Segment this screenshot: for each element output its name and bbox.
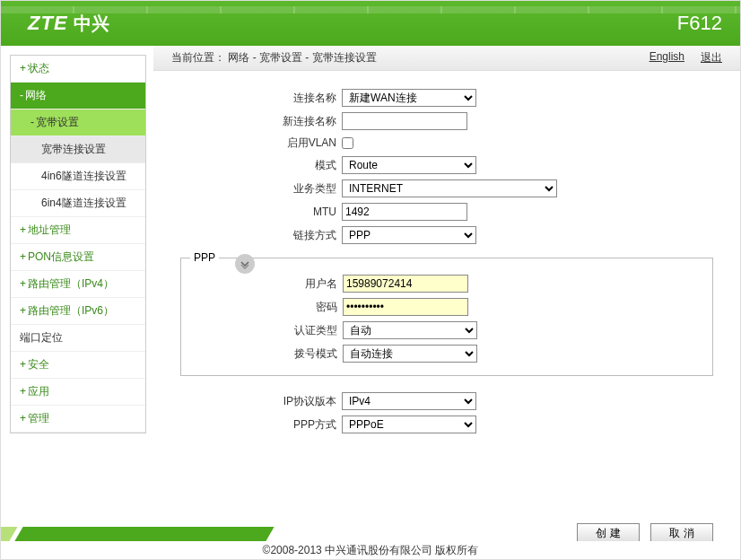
label-dial: 拨号模式 xyxy=(181,346,343,362)
sidebar-item-broadband[interactable]: 宽带设置 xyxy=(11,109,145,136)
input-new-conn[interactable] xyxy=(342,112,467,130)
sidebar-item-port-locate[interactable]: 端口定位 xyxy=(11,325,145,352)
select-auth[interactable]: 自动 xyxy=(343,321,477,339)
label-link: 链接方式 xyxy=(180,228,342,243)
select-service[interactable]: INTERNET xyxy=(342,179,557,197)
logo-text-en: ZTE xyxy=(28,12,68,35)
sidebar-item-address[interactable]: 地址管理 xyxy=(11,217,145,244)
model-label: F612 xyxy=(677,12,722,35)
label-mtu: MTU xyxy=(180,206,342,218)
select-dial[interactable]: 自动连接 xyxy=(343,345,477,363)
label-ipver: IP协议版本 xyxy=(180,394,342,409)
label-pppmode: PPP方式 xyxy=(180,417,342,433)
logout-link[interactable]: 退出 xyxy=(701,50,722,66)
select-pppmode[interactable]: PPPoE xyxy=(342,416,476,433)
sidebar-item-4in6[interactable]: 4in6隧道连接设置 xyxy=(11,163,145,190)
stripe-decor xyxy=(14,527,274,541)
sidebar-item-route-ipv4[interactable]: 路由管理（IPv4） xyxy=(11,271,145,298)
select-mode[interactable]: Route xyxy=(342,156,476,174)
label-new-conn: 新连接名称 xyxy=(180,114,342,129)
content: 连接名称 新建WAN连接 新连接名称 启用VLAN 模式 Route 业务类型 xyxy=(153,71,740,523)
create-button[interactable]: 创 建 xyxy=(577,523,640,541)
logo-text-cn: 中兴 xyxy=(74,12,109,36)
checkbox-vlan[interactable] xyxy=(342,137,353,149)
footer: 创 建 取 消 ©2008-2013 中兴通讯股份有限公司 版权所有 xyxy=(1,523,740,559)
label-auth: 认证类型 xyxy=(181,323,343,338)
lang-link[interactable]: English xyxy=(649,50,684,66)
select-conn-name[interactable]: 新建WAN连接 xyxy=(342,89,476,107)
ppp-fieldset: PPP 用户名 密码 认证类型 自动 xyxy=(180,251,713,376)
sidebar-item-status[interactable]: 状态 xyxy=(11,56,145,83)
sidebar-item-network[interactable]: 网络 xyxy=(11,83,145,109)
copyright: ©2008-2013 中兴通讯股份有限公司 版权所有 xyxy=(1,541,740,559)
input-password[interactable] xyxy=(343,298,468,316)
sidebar-item-security[interactable]: 安全 xyxy=(11,352,145,379)
sidebar-item-pon[interactable]: PON信息设置 xyxy=(11,244,145,271)
input-mtu[interactable] xyxy=(342,203,467,221)
sidebar-item-app[interactable]: 应用 xyxy=(11,379,145,406)
input-username[interactable] xyxy=(343,275,468,293)
topbar: 当前位置： 网络 - 宽带设置 - 宽带连接设置 English 退出 xyxy=(153,46,740,71)
header: ZTE 中兴 F612 xyxy=(1,1,740,46)
collapse-icon[interactable] xyxy=(235,254,255,274)
sidebar: 状态 网络 宽带设置 宽带连接设置 4in6隧道连接设置 6in4隧道连接设置 … xyxy=(1,46,153,523)
sidebar-item-mgmt[interactable]: 管理 xyxy=(11,406,145,433)
cancel-button[interactable]: 取 消 xyxy=(650,523,713,541)
label-mode: 模式 xyxy=(180,158,342,173)
label-service: 业务类型 xyxy=(180,181,342,197)
label-conn-name: 连接名称 xyxy=(180,91,342,106)
select-link[interactable]: PPP xyxy=(342,226,476,244)
ppp-legend: PPP xyxy=(190,251,219,264)
select-ipver[interactable]: IPv4 xyxy=(342,392,476,410)
label-password: 密码 xyxy=(181,300,343,315)
sidebar-item-6in4[interactable]: 6in4隧道连接设置 xyxy=(11,190,145,217)
sidebar-item-route-ipv6[interactable]: 路由管理（IPv6） xyxy=(11,298,145,325)
label-vlan: 启用VLAN xyxy=(180,136,342,151)
label-username: 用户名 xyxy=(181,276,343,292)
breadcrumb: 当前位置： 网络 - 宽带设置 - 宽带连接设置 xyxy=(171,50,377,66)
sidebar-item-broadband-conn[interactable]: 宽带连接设置 xyxy=(11,136,145,163)
logo: ZTE 中兴 xyxy=(28,12,109,36)
